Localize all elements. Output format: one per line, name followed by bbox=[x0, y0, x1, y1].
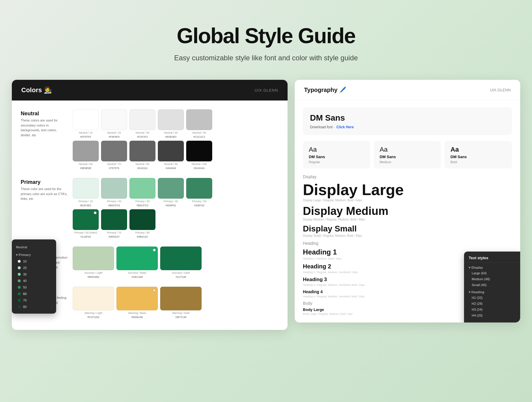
ts-display-medium[interactable]: Medium (48) bbox=[464, 276, 520, 282]
swatch-box bbox=[73, 287, 114, 310]
success-section: Success These colors convey an emotion o… bbox=[21, 247, 279, 281]
font-variants: Aa DM Sans Regular Aa DM Sans Medium Aa … bbox=[303, 141, 512, 168]
colors-card-title: Colors 🧑‍🎨 bbox=[21, 86, 52, 94]
swatch-warning-dark: Warning / Dark #9F7C39 bbox=[160, 287, 202, 319]
swatch-box bbox=[160, 247, 202, 270]
typography-brand: UIX.GLENN bbox=[490, 88, 511, 92]
typography-header: Typography 🖊️ UIX.GLENN bbox=[295, 80, 520, 100]
primary-row-2: Primary / 60 (Main) #116F42 Primary / 70… bbox=[73, 209, 279, 238]
swatch-box bbox=[73, 141, 99, 161]
swatch-box bbox=[129, 178, 155, 199]
swatch-box bbox=[160, 287, 202, 310]
swatch-neutral-60: Neutral / 60 #9E9E9E bbox=[73, 141, 99, 170]
swatch-primary-80: Primary / 80 #0B4A2C bbox=[129, 209, 155, 238]
swatch-neutral-30: Neutral / 30 #F2F2F2 bbox=[129, 109, 155, 138]
swatch-box bbox=[101, 178, 127, 199]
heading-section-label: Heading bbox=[303, 241, 512, 246]
dropdown-neutral-label: Neutral bbox=[12, 244, 56, 250]
ts-h1[interactable]: H1 (32) bbox=[464, 295, 520, 301]
variant-bold: Aa DM Sans Bold bbox=[445, 141, 512, 168]
font-name: DM Sans bbox=[310, 113, 505, 123]
swatch-box bbox=[158, 141, 184, 161]
primary-label-area: Primary These color are used for the pri… bbox=[21, 178, 68, 241]
swatch-box bbox=[116, 287, 158, 310]
swatch-primary-60: Primary / 60 (Main) #116F42 bbox=[73, 209, 99, 238]
ts-h3[interactable]: H3 (24) bbox=[464, 307, 520, 312]
swatch-box bbox=[73, 178, 99, 199]
swatch-success-dark: Success / Dark #127146 bbox=[160, 247, 202, 278]
variant-aa-bold: Aa bbox=[450, 146, 506, 153]
swatch-box bbox=[129, 109, 155, 130]
text-styles-panel: Text styles ▾ Display Large (64) Medium … bbox=[464, 252, 520, 322]
ts-h2[interactable]: H2 (28) bbox=[464, 301, 520, 307]
hero-section: Global Style Guide Easy customizable sty… bbox=[0, 0, 532, 80]
dropdown-primary-60[interactable]: 60 bbox=[12, 291, 56, 297]
neutral-desc: These colors are used for secondary colo… bbox=[21, 118, 68, 137]
neutral-label-area: Neutral These colors are used for second… bbox=[21, 109, 68, 172]
colors-card: Colors 🧑‍🎨 UIX.GLENN Neutral These color… bbox=[12, 80, 288, 330]
warning-swatches: Warning / Light #FCF1DD Warning / Base #… bbox=[73, 287, 279, 321]
dropdown-primary-20[interactable]: 20 bbox=[12, 265, 56, 271]
swatch-box bbox=[186, 109, 212, 130]
font-download-link[interactable]: Click Here bbox=[336, 125, 354, 129]
ts-heading-section: ▾ Heading bbox=[464, 290, 520, 295]
dropdown-primary-50[interactable]: 50 bbox=[12, 284, 56, 291]
swatch-success-base: Success / Base #1BAA69 bbox=[116, 247, 158, 278]
warning-row: Warning / Light #FCF1DD Warning / Base #… bbox=[73, 287, 279, 319]
neutral-swatches: Neutral / 10 #FFFFFF Neutral / 20 #F9F9F… bbox=[73, 109, 279, 172]
display-small-text: Display Small bbox=[303, 225, 512, 233]
dropdown-primary-70[interactable]: 70 bbox=[12, 297, 56, 304]
swatch-box bbox=[101, 209, 127, 230]
swatch-primary-50: Primary / 50 #398762 bbox=[186, 178, 212, 207]
ts-display-section: ▾ Display bbox=[464, 265, 520, 270]
page-title: Global Style Guide bbox=[12, 24, 520, 48]
swatch-box bbox=[101, 141, 127, 161]
neutral-label: Neutral bbox=[21, 111, 68, 117]
primary-swatches: Primary / 10 #E4F3EC Primary / 20 #B0CFC… bbox=[73, 178, 279, 241]
swatch-box bbox=[116, 247, 158, 270]
swatch-box bbox=[129, 209, 155, 230]
swatch-box bbox=[186, 141, 212, 161]
primary-desc: These color are used for the primary col… bbox=[21, 187, 68, 201]
variant-medium: Aa DM Sans Medium bbox=[374, 141, 441, 168]
color-dropdown[interactable]: Neutral ▾ Primary 10 20 30 40 50 60 70 bbox=[12, 239, 56, 314]
swatch-primary-20: Primary / 20 #B0CFC0 bbox=[101, 178, 127, 207]
swatch-box bbox=[186, 178, 212, 199]
swatch-primary-70: Primary / 70 #0E5D37 bbox=[101, 209, 127, 238]
display-small-spec: Display Small / Regular, Medium, Bold / … bbox=[303, 234, 512, 237]
dropdown-primary-80[interactable]: 80 bbox=[12, 304, 56, 310]
swatch-neutral-80: Neutral / 80 #616161 bbox=[129, 141, 155, 170]
font-showcase: DM Sans Download font · Click Here bbox=[303, 107, 512, 135]
neutral-row-1: Neutral / 10 #FFFFFF Neutral / 20 #F9F9F… bbox=[73, 109, 279, 138]
swatch-box bbox=[101, 109, 127, 130]
display-medium-spec: Display Medium / Regular, Medium, Bold /… bbox=[303, 218, 512, 221]
ts-display-large[interactable]: Large (64) bbox=[464, 270, 520, 276]
swatch-neutral-100: Neutral / 100 #0A0A0A bbox=[186, 141, 212, 170]
variant-regular: Aa DM Sans Regular bbox=[303, 141, 370, 168]
display-section-label: Display bbox=[303, 174, 512, 179]
display-medium-text: Display Medium bbox=[303, 205, 512, 217]
swatch-neutral-40: Neutral / 40 #E0E0E0 bbox=[158, 109, 184, 138]
swatch-neutral-90: Neutral / 90 #404040 bbox=[158, 141, 184, 170]
text-styles-title: Text styles bbox=[464, 256, 520, 263]
ts-display-small[interactable]: Small (40) bbox=[464, 282, 520, 288]
warning-section: Warning These colors convey the feeling … bbox=[21, 287, 279, 321]
swatch-primary-10: Primary / 10 #E4F3EC bbox=[73, 178, 99, 207]
colors-header: Colors 🧑‍🎨 UIX.GLENN bbox=[12, 80, 288, 100]
font-download-row: Download font · Click Here bbox=[310, 125, 505, 129]
dropdown-primary-30[interactable]: 30 bbox=[12, 271, 56, 278]
swatch-neutral-70: Neutral / 70 #757575 bbox=[101, 141, 127, 170]
variant-aa-regular: Aa bbox=[309, 146, 364, 153]
ts-h4[interactable]: H4 (20) bbox=[464, 312, 520, 318]
page-subtitle: Easy customizable style like font and co… bbox=[12, 54, 520, 62]
swatch-box bbox=[73, 247, 114, 270]
success-swatches: Success / Light #BDD4B4 Success / Base #… bbox=[73, 247, 279, 281]
swatch-box bbox=[129, 141, 155, 161]
dropdown-primary-10[interactable]: 10 bbox=[12, 258, 56, 265]
cards-container: Colors 🧑‍🎨 UIX.GLENN Neutral These color… bbox=[6, 80, 526, 342]
primary-row-1: Primary / 10 #E4F3EC Primary / 20 #B0CFC… bbox=[73, 178, 279, 207]
primary-section: Primary These color are used for the pri… bbox=[21, 178, 279, 241]
dropdown-primary-40[interactable]: 40 bbox=[12, 278, 56, 284]
dropdown-primary-label: ▾ Primary bbox=[12, 252, 56, 258]
display-large-spec: Display Large / Regular, Medium, Bold / … bbox=[303, 199, 512, 202]
